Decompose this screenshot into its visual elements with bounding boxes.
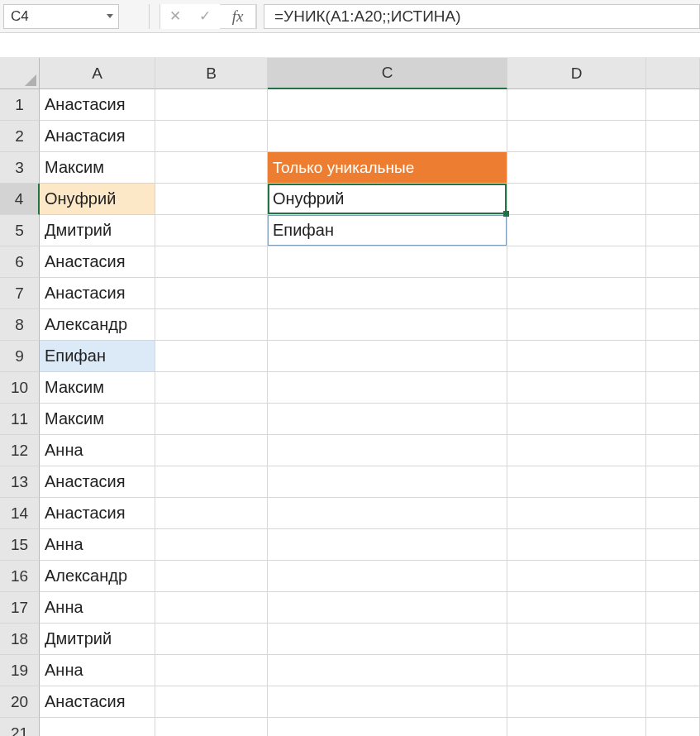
cell-E13[interactable] [646,466,700,498]
cell-A4[interactable]: Онуфрий [40,184,155,215]
row-header[interactable]: 14 [0,498,40,529]
cell-D11[interactable] [507,404,646,435]
row-header[interactable]: 3 [0,152,40,184]
cell-D6[interactable] [507,246,646,278]
cell-E4[interactable] [646,184,700,215]
cell-E2[interactable] [646,121,700,152]
cell-D20[interactable] [507,686,646,718]
cell-A21[interactable] [40,718,155,736]
fx-icon[interactable]: fx [220,4,256,29]
cell-A9[interactable]: Епифан [40,341,155,372]
row-header[interactable]: 12 [0,435,40,466]
cell-A18[interactable]: Дмитрий [40,624,155,655]
cell-A16[interactable]: Александр [40,561,155,592]
col-header-E[interactable] [646,58,700,89]
cell-C13[interactable] [268,466,507,498]
cell-D4[interactable] [507,184,646,215]
cell-D18[interactable] [507,624,646,655]
cell-A15[interactable]: Анна [40,529,155,561]
cell-A5[interactable]: Дмитрий [40,215,155,246]
cell-C14[interactable] [268,498,507,529]
cell-A1[interactable]: Анастасия [40,89,155,121]
cell-B15[interactable] [155,529,268,561]
cell-D19[interactable] [507,655,646,686]
row-header[interactable]: 4 [0,184,40,215]
col-header-A[interactable]: A [40,58,155,89]
cell-C4[interactable]: Онуфрий [268,184,507,215]
cell-E1[interactable] [646,89,700,121]
cell-C20[interactable] [268,686,507,718]
row-header[interactable]: 8 [0,309,40,341]
cell-D10[interactable] [507,372,646,404]
cell-B6[interactable] [155,246,268,278]
cell-B2[interactable] [155,121,268,152]
cell-B21[interactable] [155,718,268,736]
row-header[interactable]: 21 [0,718,40,736]
cell-B7[interactable] [155,278,268,309]
cell-E16[interactable] [646,561,700,592]
spreadsheet-grid[interactable]: A B C D 1Анастасия2Анастасия3МаксимТольк… [0,58,700,736]
cell-C11[interactable] [268,404,507,435]
cancel-icon[interactable]: ✕ [160,4,190,29]
cell-E10[interactable] [646,372,700,404]
row-header[interactable]: 7 [0,278,40,309]
formula-input[interactable]: =УНИК(A1:A20;;ИСТИНА) [264,4,700,29]
cell-E12[interactable] [646,435,700,466]
row-header[interactable]: 2 [0,121,40,152]
cell-A7[interactable]: Анастасия [40,278,155,309]
cell-A17[interactable]: Анна [40,592,155,624]
dropdown-icon[interactable] [107,14,113,18]
cell-B13[interactable] [155,466,268,498]
cell-C3[interactable]: Только уникальные [268,152,507,184]
cell-B14[interactable] [155,498,268,529]
cell-A14[interactable]: Анастасия [40,498,155,529]
cell-C21[interactable] [268,718,507,736]
cell-A3[interactable]: Максим [40,152,155,184]
row-header[interactable]: 5 [0,215,40,246]
cell-D14[interactable] [507,498,646,529]
cell-D5[interactable] [507,215,646,246]
cell-A8[interactable]: Александр [40,309,155,341]
row-header[interactable]: 20 [0,686,40,718]
cell-C9[interactable] [268,341,507,372]
cell-A2[interactable]: Анастасия [40,121,155,152]
row-header[interactable]: 1 [0,89,40,121]
cell-E18[interactable] [646,624,700,655]
cell-C7[interactable] [268,278,507,309]
cell-E14[interactable] [646,498,700,529]
row-header[interactable]: 11 [0,404,40,435]
cell-C15[interactable] [268,529,507,561]
select-all-corner[interactable] [0,58,40,89]
cell-D12[interactable] [507,435,646,466]
cell-E7[interactable] [646,278,700,309]
cell-C17[interactable] [268,592,507,624]
cell-A19[interactable]: Анна [40,655,155,686]
cell-D21[interactable] [507,718,646,736]
cell-B8[interactable] [155,309,268,341]
row-header[interactable]: 6 [0,246,40,278]
row-header[interactable]: 18 [0,624,40,655]
cell-C16[interactable] [268,561,507,592]
cell-B16[interactable] [155,561,268,592]
cell-C18[interactable] [268,624,507,655]
cell-E9[interactable] [646,341,700,372]
cell-B18[interactable] [155,624,268,655]
cell-D17[interactable] [507,592,646,624]
cell-D7[interactable] [507,278,646,309]
cell-D13[interactable] [507,466,646,498]
col-header-B[interactable]: B [155,58,268,89]
cell-A20[interactable]: Анастасия [40,686,155,718]
cell-A10[interactable]: Максим [40,372,155,404]
cell-B19[interactable] [155,655,268,686]
cell-B20[interactable] [155,686,268,718]
row-header[interactable]: 17 [0,592,40,624]
cell-D15[interactable] [507,529,646,561]
cell-C19[interactable] [268,655,507,686]
cell-C5[interactable]: Епифан [268,215,507,246]
cell-B5[interactable] [155,215,268,246]
cell-A6[interactable]: Анастасия [40,246,155,278]
cell-C2[interactable] [268,121,507,152]
row-header[interactable]: 19 [0,655,40,686]
cell-B12[interactable] [155,435,268,466]
cell-E15[interactable] [646,529,700,561]
